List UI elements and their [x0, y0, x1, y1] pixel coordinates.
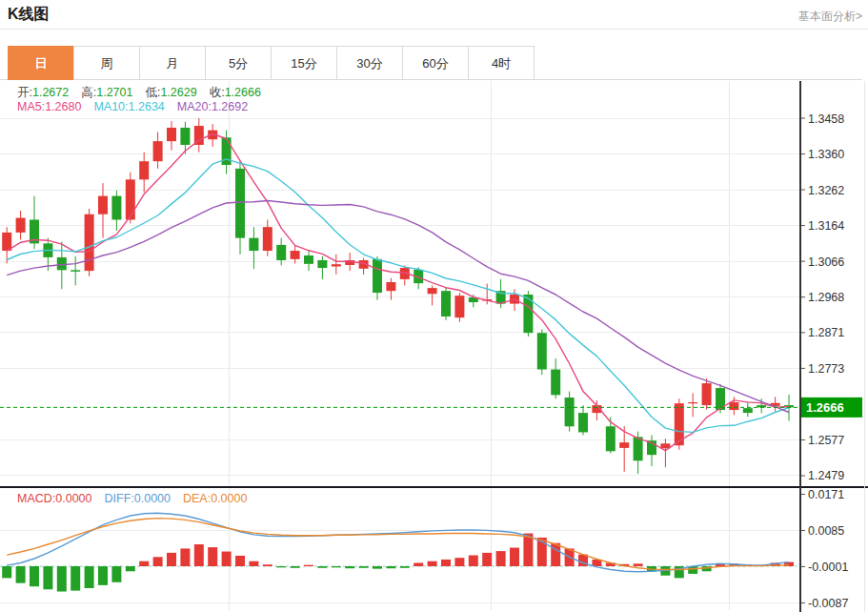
macd-hist-bar — [523, 534, 533, 566]
price-axis-label: 1.2871 — [808, 326, 844, 339]
ma10-line — [7, 159, 789, 433]
kline-app: K线图 基本面分析> 日周月5分15分30分60分4时 1.34581.3360… — [0, 0, 868, 612]
candle-body — [441, 291, 451, 316]
candle-body — [565, 398, 575, 426]
macd-hist-bar — [414, 562, 423, 566]
candle-body — [235, 169, 245, 238]
macd-hist-bar — [194, 544, 204, 566]
tab-60分[interactable]: 60分 — [402, 46, 469, 80]
macd-hist-bar — [208, 547, 217, 566]
macd-hist-bar — [386, 566, 395, 568]
macd-axis-label: -0.0087 — [808, 597, 848, 610]
macd-hist-bar — [496, 551, 506, 566]
macd-hist-bar — [291, 566, 300, 568]
macd-hist-bar — [332, 566, 341, 567]
candle-body — [85, 214, 94, 271]
macd-hist-bar — [634, 563, 643, 566]
candle-body — [180, 128, 190, 145]
candle-body — [304, 255, 313, 264]
candle-body — [111, 196, 121, 220]
macd-hist-bar — [551, 543, 560, 566]
macd-hist-bar — [180, 548, 190, 566]
candle-body — [551, 370, 560, 396]
current-price-tag-label: 1.2666 — [806, 400, 844, 415]
legend-item-MA20: MA20:1.2692 — [177, 100, 248, 113]
candle-body — [153, 141, 163, 161]
legend-item-MA10: MA10:1.2634 — [93, 100, 164, 113]
candle-body — [16, 218, 26, 233]
kline-chart[interactable]: 1.34581.33601.32621.31641.30661.29681.28… — [0, 81, 868, 612]
macd-hist-bar — [482, 553, 492, 566]
legend-item-高: 高:1.2701 — [81, 86, 132, 99]
legend-item-DEA: DEA:0.0000 — [183, 492, 247, 505]
candle-body — [373, 259, 382, 293]
macd-hist-bar — [441, 560, 451, 566]
tab-4时[interactable]: 4时 — [468, 46, 535, 80]
tab-日[interactable]: 日 — [8, 46, 74, 80]
candle-body — [743, 408, 753, 413]
tab-30分[interactable]: 30分 — [336, 46, 403, 80]
tab-月[interactable]: 月 — [139, 46, 206, 80]
candle-body — [126, 179, 135, 219]
price-axis-label: 1.2479 — [808, 469, 844, 482]
macd-hist-bar — [373, 566, 382, 569]
macd-hist-bar — [139, 561, 149, 566]
macd-hist-bar — [85, 566, 94, 588]
candle-body — [332, 264, 341, 266]
macd-hist-bar — [400, 566, 410, 568]
macd-hist-bar — [359, 566, 369, 568]
candle-body — [57, 257, 67, 270]
candle-body — [317, 260, 327, 268]
candle-body — [702, 383, 712, 405]
candle-body — [167, 128, 176, 141]
candle-body — [729, 402, 738, 410]
legend-item-开: 开:1.2672 — [17, 86, 69, 99]
candle-body — [428, 288, 437, 294]
timeframe-tabbar: 日周月5分15分30分60分4时 — [0, 46, 862, 80]
candle-body — [634, 437, 643, 460]
price-axis-label: 1.2968 — [808, 291, 844, 304]
macd-hist-bar — [428, 561, 437, 566]
candle-body — [98, 196, 108, 214]
macd-hist-bar — [16, 566, 26, 583]
candle-body — [537, 333, 547, 369]
macd-hist-bar — [30, 566, 39, 586]
fundamental-analysis-link[interactable]: 基本面分析> — [798, 9, 862, 25]
macd-hist-bar — [235, 556, 245, 566]
macd-hist-bar — [222, 552, 232, 566]
macd-hist-bar — [98, 566, 108, 585]
ma-legend: MA5:1.2680MA10:1.2634MA20:1.2692 — [17, 100, 260, 113]
tab-15分[interactable]: 15分 — [271, 46, 337, 80]
macd-hist-bar — [454, 558, 464, 566]
candle-body — [71, 270, 80, 272]
price-axis-label: 1.3262 — [808, 184, 844, 197]
candle-body — [139, 161, 149, 179]
ma5-line — [7, 134, 789, 451]
macd-hist-bar — [43, 566, 52, 589]
legend-item-低: 低:1.2629 — [145, 86, 196, 99]
candle-body — [276, 245, 286, 260]
macd-hist-bar — [276, 566, 286, 567]
price-axis-label: 1.3360 — [808, 148, 844, 161]
price-axis-label: 1.3458 — [808, 112, 844, 126]
price-axis-label: 1.3066 — [808, 255, 844, 269]
candle-body — [263, 227, 273, 251]
macd-axis-label: 0.0171 — [808, 488, 844, 501]
macd-hist-bar — [126, 566, 135, 571]
macd-axis-label: 0.0085 — [808, 524, 844, 538]
dea-line — [7, 519, 789, 570]
ohlc-legend: 开:1.2672高:1.2701低:1.2629收:1.2666 — [17, 85, 273, 101]
price-axis-label: 1.3164 — [808, 219, 844, 233]
candle-body — [606, 426, 616, 451]
candle-body — [454, 296, 464, 317]
macd-hist-bar — [345, 566, 354, 568]
candle-body — [249, 238, 258, 251]
macd-legend: MACD:0.0000DIFF:0.0000DEA:0.0000 — [17, 492, 259, 505]
ma20-line — [7, 201, 789, 413]
tab-5分[interactable]: 5分 — [205, 46, 272, 80]
legend-item-DIFF: DIFF:0.0000 — [105, 492, 171, 505]
tab-周[interactable]: 周 — [73, 46, 140, 80]
price-axis-label: 1.2577 — [808, 434, 844, 447]
price-axis-label: 1.2773 — [808, 362, 844, 376]
macd-hist-bar — [263, 564, 273, 566]
